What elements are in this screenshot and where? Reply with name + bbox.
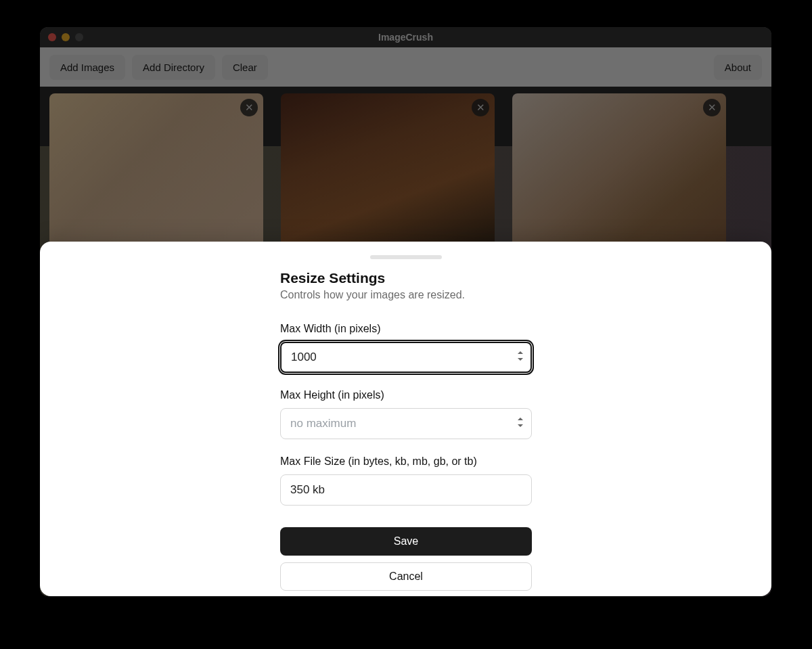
add-images-button[interactable]: Add Images [49, 55, 125, 80]
remove-image-button[interactable]: ✕ [240, 99, 258, 116]
window-close-button[interactable] [48, 33, 56, 41]
save-button[interactable]: Save [280, 527, 532, 556]
app-title: ImageCrush [378, 32, 433, 43]
max-filesize-input[interactable] [280, 474, 532, 506]
toolbar: Add Images Add Directory Clear About [40, 47, 771, 87]
close-icon: ✕ [245, 102, 254, 114]
modal-buttons: Save Cancel [280, 527, 532, 598]
max-width-group: Max Width (in pixels) [280, 323, 532, 373]
sheet-drag-handle[interactable] [370, 255, 442, 259]
resize-settings-modal: Resize Settings Controls how your images… [40, 242, 771, 596]
modal-title: Resize Settings [280, 270, 532, 286]
cancel-button[interactable]: Cancel [280, 562, 532, 591]
window-controls [48, 33, 83, 41]
image-card[interactable]: ✕ [49, 93, 263, 263]
about-button[interactable]: About [714, 55, 762, 80]
max-height-label: Max Height (in pixels) [280, 389, 532, 401]
modal-subtitle: Controls how your images are resized. [280, 289, 532, 301]
modal-content: Resize Settings Controls how your images… [280, 270, 532, 598]
max-width-label: Max Width (in pixels) [280, 323, 532, 335]
remove-image-button[interactable]: ✕ [703, 99, 721, 116]
max-filesize-group: Max File Size (in bytes, kb, mb, gb, or … [280, 455, 532, 506]
titlebar: ImageCrush [40, 27, 771, 47]
max-height-input[interactable] [280, 408, 532, 439]
max-height-group: Max Height (in pixels) [280, 389, 532, 439]
remove-image-button[interactable]: ✕ [472, 99, 489, 116]
image-card[interactable]: ✕ [512, 93, 726, 263]
close-icon: ✕ [476, 102, 485, 114]
add-directory-button[interactable]: Add Directory [132, 55, 215, 80]
clear-button[interactable]: Clear [222, 55, 268, 80]
image-card[interactable]: ✕ [281, 93, 495, 263]
max-width-input[interactable] [280, 342, 532, 373]
window-minimize-button[interactable] [62, 33, 70, 41]
close-icon: ✕ [708, 102, 717, 114]
max-filesize-label: Max File Size (in bytes, kb, mb, gb, or … [280, 455, 532, 468]
window-maximize-button[interactable] [75, 33, 83, 41]
